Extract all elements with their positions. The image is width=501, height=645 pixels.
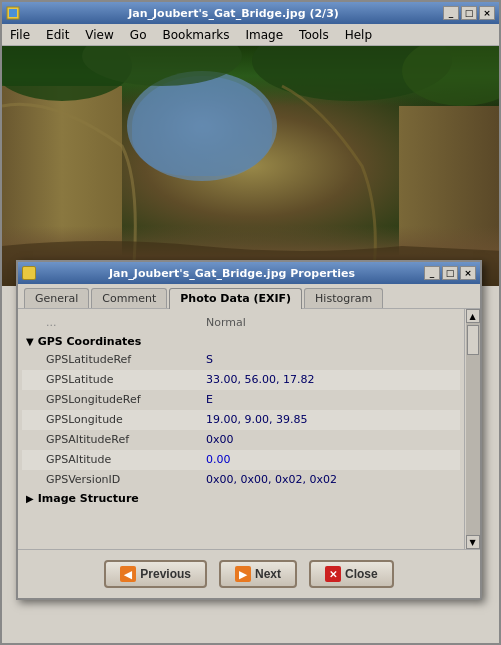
section-gps-coordinates[interactable]: ▼ GPS Coordinates — [22, 333, 460, 350]
menubar: File Edit View Go Bookmarks Image Tools … — [2, 24, 499, 46]
row-key-gps-lon-ref: GPSLongitudeRef — [46, 391, 206, 409]
close-button-props[interactable]: ✕ Close — [309, 560, 394, 588]
row-value-gps-lat-ref: S — [206, 351, 452, 369]
row-value-gps-lon-ref: E — [206, 391, 452, 409]
previous-label: Previous — [140, 567, 191, 581]
tabs-bar: General Comment Photo Data (EXIF) Histog… — [18, 284, 480, 309]
row-key-gps-alt-ref: GPSAltitudeRef — [46, 431, 206, 449]
tab-histogram[interactable]: Histogram — [304, 288, 383, 308]
table-row: GPSAltitudeRef 0x00 — [22, 430, 460, 450]
main-window-icon — [6, 6, 20, 20]
row-value-gps-version: 0x00, 0x00, 0x02, 0x02 — [206, 471, 452, 489]
next-label: Next — [255, 567, 281, 581]
scrollbar-track[interactable] — [466, 323, 480, 535]
table-row: GPSLatitudeRef S — [22, 350, 460, 370]
image-display — [2, 46, 499, 286]
menu-bookmarks[interactable]: Bookmarks — [158, 27, 233, 43]
table-row: GPSLongitudeRef E — [22, 390, 460, 410]
exif-data-table: ... Normal ▼ GPS Coordinates GPSLatitude… — [18, 309, 464, 549]
table-row: GPSLongitude 19.00, 9.00, 39.85 — [22, 410, 460, 430]
row-key-gps-version: GPSVersionID — [46, 471, 206, 489]
svg-point-2 — [127, 71, 277, 181]
titlebar-controls: _ □ × — [443, 6, 495, 20]
row-key-gps-lat-ref: GPSLatitudeRef — [46, 351, 206, 369]
svg-rect-1 — [9, 9, 17, 17]
row-key-gps-lon: GPSLongitude — [46, 411, 206, 429]
gps-expand-arrow: ▼ — [26, 336, 34, 347]
svg-point-6 — [402, 46, 499, 106]
table-row: GPSLatitude 33.00, 56.00, 17.82 — [22, 370, 460, 390]
main-window: Jan_Joubert's_Gat_Bridge.jpg (2/3) _ □ ×… — [0, 0, 501, 645]
menu-file[interactable]: File — [6, 27, 34, 43]
menu-view[interactable]: View — [81, 27, 117, 43]
close-label: Close — [345, 567, 378, 581]
menu-help[interactable]: Help — [341, 27, 376, 43]
props-close-button[interactable]: × — [460, 266, 476, 280]
scrollbar-up-button[interactable]: ▲ — [466, 309, 480, 323]
close-icon: ✕ — [325, 566, 341, 582]
next-button[interactable]: ▶ Next — [219, 560, 297, 588]
row-value-gps-alt-ref: 0x00 — [206, 431, 452, 449]
props-maximize-button[interactable]: □ — [442, 266, 458, 280]
close-button-main[interactable]: × — [479, 6, 495, 20]
menu-edit[interactable]: Edit — [42, 27, 73, 43]
main-window-title: Jan_Joubert's_Gat_Bridge.jpg (2/3) — [24, 7, 443, 20]
image-background — [2, 46, 499, 286]
truncated-value: Normal — [206, 314, 452, 332]
minimize-button[interactable]: _ — [443, 6, 459, 20]
menu-tools[interactable]: Tools — [295, 27, 333, 43]
arch-svg — [2, 46, 499, 286]
row-key-gps-alt: GPSAltitude — [46, 451, 206, 469]
props-dialog-title: Jan_Joubert's_Gat_Bridge.jpg Properties — [40, 267, 424, 280]
row-key-gps-lat: GPSLatitude — [46, 371, 206, 389]
properties-dialog: Jan_Joubert's_Gat_Bridge.jpg Properties … — [16, 260, 482, 600]
scrollbar-thumb[interactable] — [467, 325, 479, 355]
main-titlebar: Jan_Joubert's_Gat_Bridge.jpg (2/3) _ □ × — [2, 2, 499, 24]
truncated-row: ... Normal — [22, 313, 460, 333]
image-structure-expand-arrow: ▶ — [26, 493, 34, 504]
row-value-gps-lat: 33.00, 56.00, 17.82 — [206, 371, 452, 389]
props-titlebar: Jan_Joubert's_Gat_Bridge.jpg Properties … — [18, 262, 480, 284]
section-image-structure[interactable]: ▶ Image Structure — [22, 490, 460, 507]
table-row: GPSVersionID 0x00, 0x00, 0x02, 0x02 — [22, 470, 460, 490]
maximize-button[interactable]: □ — [461, 6, 477, 20]
row-value-gps-lon: 19.00, 9.00, 39.85 — [206, 411, 452, 429]
menu-image[interactable]: Image — [242, 27, 288, 43]
menu-go[interactable]: Go — [126, 27, 151, 43]
row-value-gps-alt: 0.00 — [206, 451, 452, 469]
props-titlebar-controls: _ □ × — [424, 266, 476, 280]
vertical-scrollbar[interactable]: ▲ ▼ — [464, 309, 480, 549]
button-bar: ◀ Previous ▶ Next ✕ Close — [18, 549, 480, 598]
table-row: GPSAltitude 0.00 — [22, 450, 460, 470]
gps-section-label: GPS Coordinates — [38, 335, 142, 348]
props-icon — [22, 266, 36, 280]
image-structure-section-label: Image Structure — [38, 492, 139, 505]
truncated-key: ... — [46, 314, 206, 332]
next-icon: ▶ — [235, 566, 251, 582]
scrollbar-down-button[interactable]: ▼ — [466, 535, 480, 549]
tab-photo-data-exif[interactable]: Photo Data (EXIF) — [169, 288, 302, 309]
previous-button[interactable]: ◀ Previous — [104, 560, 207, 588]
previous-icon: ◀ — [120, 566, 136, 582]
exif-content-area: ... Normal ▼ GPS Coordinates GPSLatitude… — [18, 309, 480, 549]
tab-general[interactable]: General — [24, 288, 89, 308]
props-minimize-button[interactable]: _ — [424, 266, 440, 280]
tab-comment[interactable]: Comment — [91, 288, 167, 308]
